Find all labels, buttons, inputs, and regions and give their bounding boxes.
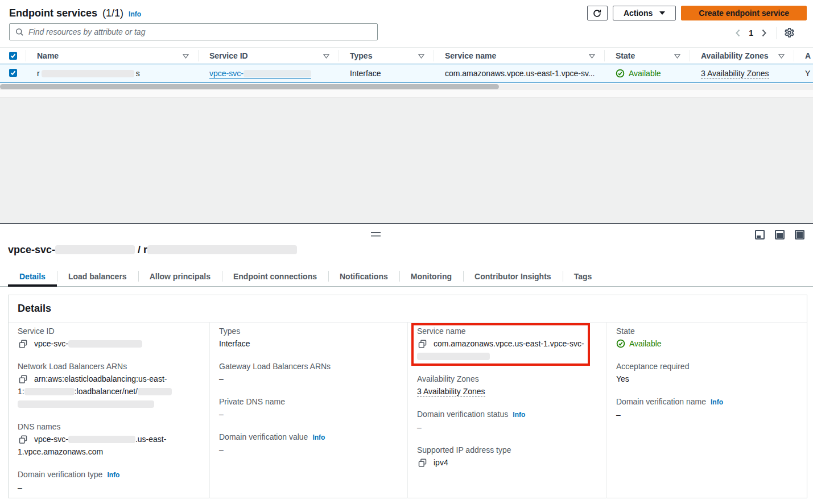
tab-allow-principals[interactable]: Allow principals — [138, 266, 222, 286]
info-link[interactable]: Info — [711, 398, 723, 406]
sort-icon[interactable] — [778, 51, 785, 60]
status-available-icon — [616, 69, 625, 78]
panel-position-side-icon[interactable] — [775, 230, 785, 239]
tab-endpoint-connections[interactable]: Endpoint connections — [222, 266, 328, 286]
field-label: Domain verification valueInfo — [219, 431, 398, 444]
info-link[interactable]: Info — [513, 411, 525, 419]
copy-icon[interactable] — [19, 435, 27, 444]
table-row[interactable]: rs vpce-svc- Interface com.amazonaws.vpc… — [0, 64, 813, 83]
details-card: Details Service ID vpce-svc- Network Loa… — [8, 295, 807, 498]
availability-zones-link[interactable]: 3 Availability Zones — [701, 69, 769, 79]
copy-icon[interactable] — [418, 458, 427, 467]
page-number[interactable]: 1 — [749, 28, 753, 38]
table-header: Name Service ID Types Service name State… — [0, 47, 813, 64]
column-header-service-id[interactable]: Service ID — [198, 48, 339, 64]
field-value-glb: – — [219, 373, 398, 385]
cell-acceptance: Y — [794, 69, 813, 78]
search-placeholder: Find resources by attribute or tag — [28, 27, 145, 36]
field-label: State — [616, 325, 798, 337]
panel-maximize-icon[interactable] — [795, 230, 804, 239]
horizontal-scrollbar[interactable] — [0, 84, 813, 90]
cell-service-name: com.amazonaws.vpce.us-east-1.vpce-sv... — [434, 69, 604, 78]
split-panel-drag-handle[interactable] — [371, 232, 381, 237]
field-label: Supported IP address type — [417, 444, 597, 456]
field-value-nlb-arn: arn:aws:elasticloadbalancing:us-east- — [18, 373, 200, 385]
field-value-service-name: com.amazonaws.vpce.us-east-1.vpce-svc- — [417, 337, 597, 350]
sort-icon[interactable] — [674, 51, 680, 60]
refresh-icon — [592, 9, 602, 18]
search-icon — [15, 28, 24, 36]
field-value-dvs: – — [417, 421, 597, 433]
scrollbar-thumb[interactable] — [0, 84, 499, 89]
actions-label: Actions — [624, 9, 653, 18]
pagination: 1 — [734, 27, 795, 39]
column-header-service-name[interactable]: Service name — [434, 48, 604, 64]
panel-title: vpce-svc- / r — [8, 244, 297, 256]
info-link[interactable]: Info — [107, 471, 119, 479]
panel-position-bottom-icon[interactable] — [755, 230, 765, 239]
settings-gear-icon[interactable] — [784, 27, 795, 38]
column-header-types[interactable]: Types — [339, 48, 434, 64]
refresh-button[interactable] — [587, 6, 608, 20]
service-id-link[interactable]: vpce-svc- — [209, 69, 311, 79]
field-value-acceptance: Yes — [616, 373, 798, 385]
tab-details[interactable]: Details — [8, 266, 57, 286]
column-header-availability-zones[interactable]: Availability Zones — [690, 48, 794, 64]
field-value-types: Interface — [219, 337, 398, 350]
sort-icon[interactable] — [589, 51, 595, 60]
field-value-dvn: – — [616, 408, 798, 421]
tab-notifications[interactable]: Notifications — [328, 266, 399, 286]
next-page-icon[interactable] — [761, 28, 767, 38]
copy-icon[interactable] — [19, 375, 27, 383]
column-header-state[interactable]: State — [604, 48, 690, 64]
page-background — [0, 98, 813, 223]
status-available-icon — [616, 339, 625, 348]
field-label: Domain verification statusInfo — [417, 408, 597, 421]
field-label: Acceptance required — [616, 360, 798, 373]
panel-layout-controls — [755, 230, 804, 239]
row-checkbox[interactable] — [0, 69, 26, 79]
result-count: (1/1) — [102, 7, 123, 19]
page-title: Endpoint services — [9, 7, 97, 19]
actions-button[interactable]: Actions — [613, 6, 676, 20]
field-value-dns: vpce-svc-.us-east- — [18, 433, 200, 445]
tab-tags[interactable]: Tags — [563, 266, 604, 286]
field-value-az: 3 Availability Zones — [417, 385, 597, 398]
previous-page-icon[interactable] — [734, 28, 741, 38]
cell-types: Interface — [339, 69, 434, 78]
create-endpoint-service-button[interactable]: Create endpoint service — [681, 6, 807, 20]
panel-tabs: Details Load balancers Allow principals … — [0, 266, 813, 287]
sort-icon[interactable] — [323, 51, 329, 60]
field-label: Domain verification typeInfo — [18, 468, 200, 481]
field-label: Service ID — [18, 325, 200, 337]
sort-icon[interactable] — [418, 51, 424, 60]
field-label: Network Load Balancers ARNs — [18, 360, 200, 373]
tab-monitoring[interactable]: Monitoring — [399, 266, 463, 286]
field-value-ip: ipv4 — [417, 456, 597, 469]
page-header: Endpoint services (1/1) Info Actions Cre… — [9, 5, 807, 21]
search-input[interactable]: Find resources by attribute or tag — [9, 23, 378, 40]
cell-state: Available — [604, 69, 690, 78]
cell-availability-zones: 3 Availability Zones — [690, 69, 794, 79]
copy-icon[interactable] — [418, 340, 427, 348]
info-link[interactable]: Info — [312, 433, 325, 441]
field-label: Private DNS name — [219, 395, 398, 408]
field-value-state: Available — [616, 337, 798, 350]
select-all-checkbox[interactable] — [0, 48, 26, 64]
field-value-dvt: – — [18, 481, 200, 494]
column-header-name[interactable]: Name — [26, 48, 198, 64]
field-label: Availability Zones — [417, 373, 597, 385]
tab-load-balancers[interactable]: Load balancers — [57, 266, 138, 286]
sort-icon[interactable] — [183, 51, 189, 60]
cell-name: rs — [26, 69, 198, 78]
column-header-acceptance[interactable]: A — [794, 48, 813, 64]
availability-zones-link[interactable]: 3 Availability Zones — [417, 387, 485, 396]
tab-contributor-insights[interactable]: Contributor Insights — [463, 266, 563, 286]
info-link[interactable]: Info — [129, 10, 141, 18]
field-value-service-id: vpce-svc- — [18, 337, 200, 350]
field-label: Service name — [417, 325, 597, 337]
create-label: Create endpoint service — [699, 9, 789, 18]
field-label: Types — [219, 325, 398, 337]
field-value-dvv: – — [219, 444, 398, 456]
copy-icon[interactable] — [19, 340, 27, 348]
